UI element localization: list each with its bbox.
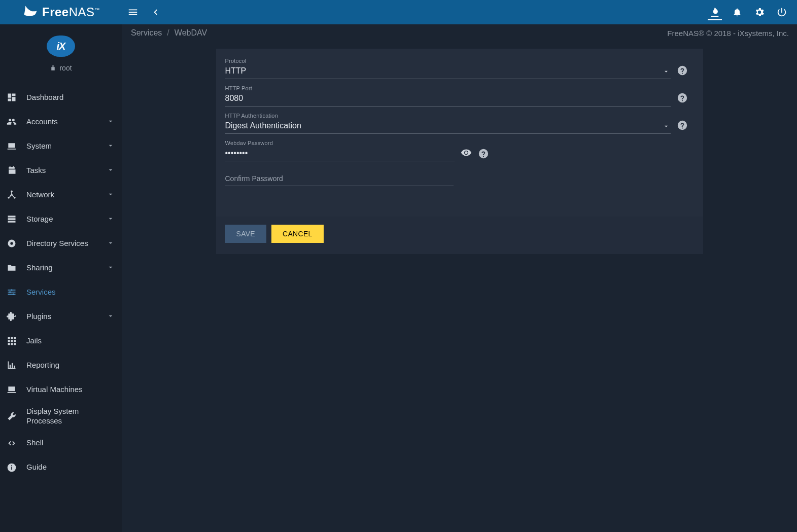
people-icon bbox=[6, 117, 17, 127]
sidebar-item-storage[interactable]: Storage bbox=[0, 207, 122, 231]
caret-down-icon bbox=[107, 117, 115, 127]
apps-icon bbox=[6, 336, 17, 346]
sidebar-item-label: Plugins bbox=[26, 312, 97, 322]
laptop-icon bbox=[6, 141, 17, 151]
gear-icon bbox=[754, 7, 765, 18]
vendor-logo: iX bbox=[47, 36, 75, 57]
topbar: FreeNAS™ bbox=[0, 0, 797, 24]
lock-icon bbox=[50, 65, 56, 72]
dirsvc-icon bbox=[6, 238, 17, 249]
sidebar: iX root DashboardAccountsSystemTasksNetw… bbox=[0, 24, 122, 532]
sidebar-item-label: Display System Processes bbox=[26, 407, 115, 426]
code-icon bbox=[6, 438, 17, 448]
theme-icon bbox=[709, 7, 720, 18]
settings-button[interactable] bbox=[748, 0, 771, 24]
sidebar-item-label: Reporting bbox=[26, 361, 115, 370]
shark-icon bbox=[22, 5, 39, 20]
http-port-input[interactable] bbox=[225, 92, 671, 107]
sidebar-item-display-system-processes[interactable]: Display System Processes bbox=[0, 402, 122, 431]
sidebar-item-virtual-machines[interactable]: Virtual Machines bbox=[0, 377, 122, 402]
sidebar-item-plugins[interactable]: Plugins bbox=[0, 304, 122, 329]
sidebar-item-accounts[interactable]: Accounts bbox=[0, 110, 122, 134]
sidebar-item-label: Jails bbox=[26, 336, 115, 346]
http-port-label: HTTP Port bbox=[225, 85, 671, 91]
hub-icon bbox=[6, 190, 17, 200]
webdav-settings-card: Protocol HTTP HTTP Port bbox=[216, 49, 703, 254]
theme-button[interactable] bbox=[704, 0, 726, 24]
sidebar-item-guide[interactable]: Guide bbox=[0, 455, 122, 480]
sidebar-item-label: Accounts bbox=[26, 117, 97, 127]
chart-icon bbox=[6, 360, 17, 370]
sidebar-item-label: Services bbox=[26, 288, 115, 297]
caret-down-icon bbox=[107, 312, 115, 322]
sidebar-item-label: Network bbox=[26, 190, 97, 200]
storage-icon bbox=[6, 214, 17, 224]
cancel-button[interactable]: CANCEL bbox=[271, 225, 324, 243]
sidebar-item-services[interactable]: Services bbox=[0, 280, 122, 304]
http-auth-select[interactable]: Digest Authentication bbox=[225, 120, 671, 134]
password-input[interactable] bbox=[225, 147, 455, 161]
calendar-icon bbox=[6, 165, 17, 175]
breadcrumb-parent[interactable]: Services bbox=[131, 28, 162, 38]
show-password-icon[interactable] bbox=[461, 147, 472, 158]
protocol-select[interactable]: HTTP bbox=[225, 65, 671, 79]
help-icon[interactable] bbox=[677, 92, 688, 103]
confirm-password-input[interactable]: Confirm Password bbox=[225, 167, 454, 186]
bell-icon bbox=[732, 7, 742, 17]
protocol-field: Protocol HTTP bbox=[225, 58, 688, 79]
extension-icon bbox=[6, 311, 17, 322]
tune-icon bbox=[6, 287, 17, 297]
copyright: FreeNAS® © 2018 - iXsystems, Inc. bbox=[667, 29, 789, 38]
breadcrumb-bar: Services / WebDAV FreeNAS® © 2018 - iXsy… bbox=[122, 24, 797, 41]
sidebar-item-label: System bbox=[26, 141, 97, 151]
help-icon[interactable] bbox=[677, 120, 688, 131]
sidebar-item-label: Virtual Machines bbox=[26, 385, 115, 395]
caret-down-icon bbox=[107, 190, 115, 200]
sidebar-item-dashboard[interactable]: Dashboard bbox=[0, 85, 122, 110]
current-user-name: root bbox=[59, 64, 72, 72]
sidebar-item-tasks[interactable]: Tasks bbox=[0, 158, 122, 183]
sidebar-item-label: Directory Services bbox=[26, 239, 97, 249]
sidebar-item-label: Storage bbox=[26, 215, 97, 224]
dashboard-icon bbox=[6, 92, 17, 102]
sidebar-item-reporting[interactable]: Reporting bbox=[0, 353, 122, 377]
sidebar-item-system[interactable]: System bbox=[0, 134, 122, 158]
info-icon bbox=[6, 463, 17, 473]
http-auth-field: HTTP Authentication Digest Authenticatio… bbox=[225, 113, 688, 134]
back-button[interactable] bbox=[144, 0, 166, 24]
power-icon bbox=[776, 7, 787, 18]
power-button[interactable] bbox=[771, 0, 793, 24]
sidebar-item-label: Shell bbox=[26, 438, 115, 448]
sidebar-item-shell[interactable]: Shell bbox=[0, 431, 122, 455]
help-icon[interactable] bbox=[677, 65, 688, 76]
chevron-left-icon bbox=[150, 7, 161, 18]
http-port-field: HTTP Port bbox=[225, 85, 688, 107]
protocol-label: Protocol bbox=[225, 58, 671, 64]
current-user: root bbox=[50, 64, 72, 72]
menu-toggle-button[interactable] bbox=[122, 0, 144, 24]
sidebar-item-sharing[interactable]: Sharing bbox=[0, 256, 122, 280]
sidebar-item-directory-services[interactable]: Directory Services bbox=[0, 231, 122, 256]
sidebar-item-label: Sharing bbox=[26, 263, 97, 273]
sidebar-item-network[interactable]: Network bbox=[0, 183, 122, 207]
password-field: Webdav Password bbox=[225, 140, 688, 161]
app-name: FreeNAS™ bbox=[42, 5, 100, 19]
http-auth-label: HTTP Authentication bbox=[225, 113, 671, 119]
password-label: Webdav Password bbox=[225, 140, 455, 146]
folder-icon bbox=[6, 263, 17, 273]
build-icon bbox=[6, 411, 17, 421]
save-button[interactable]: SAVE bbox=[225, 225, 267, 243]
sidebar-item-label: Dashboard bbox=[26, 93, 115, 102]
sidebar-item-jails[interactable]: Jails bbox=[0, 329, 122, 353]
caret-down-icon bbox=[107, 141, 115, 151]
notifications-button[interactable] bbox=[726, 0, 748, 24]
sidebar-item-label: Guide bbox=[26, 463, 115, 472]
card-actions: SAVE CANCEL bbox=[216, 217, 703, 254]
caret-down-icon bbox=[107, 215, 115, 224]
confirm-password-field: Confirm Password bbox=[225, 167, 454, 186]
app-logo[interactable]: FreeNAS™ bbox=[0, 0, 122, 24]
breadcrumb-current: WebDAV bbox=[175, 28, 207, 38]
help-icon[interactable] bbox=[478, 148, 489, 159]
laptop-icon bbox=[6, 384, 17, 395]
caret-down-icon bbox=[107, 166, 115, 175]
